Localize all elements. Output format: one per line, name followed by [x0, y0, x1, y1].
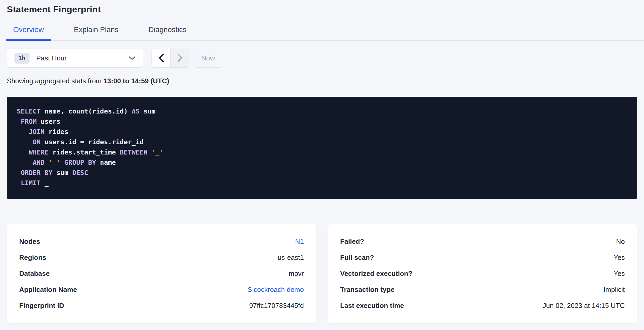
card-row-label: Regions [19, 254, 46, 262]
card-row: Vectorized execution?Yes [340, 266, 625, 282]
stats-summary-range: 13:00 to 14:59 (UTC) [103, 77, 169, 85]
card-row: Databasemovr [19, 266, 304, 282]
statement-fingerprint-page: Statement Fingerprint Overview Explain P… [0, 4, 644, 323]
card-row: Transaction typeImplicit [340, 282, 625, 298]
stats-summary-prefix: Showing aggregated stats from [7, 77, 103, 85]
chevron-down-icon [129, 56, 135, 60]
card-row-label: Database [19, 270, 50, 278]
page-title: Statement Fingerprint [7, 4, 637, 14]
card-row-label: Failed? [340, 238, 364, 246]
card-row-value: 97ffc170783445fd [249, 302, 304, 310]
card-row-value: Implicit [603, 286, 625, 294]
card-row: Application Name$ cockroach demo [19, 282, 304, 298]
card-row-label: Transaction type [340, 286, 395, 294]
sql-statement: SELECT name, count(rides.id) AS sum FROM… [17, 106, 627, 188]
card-row-value: No [616, 238, 625, 246]
sql-statement-box: SELECT name, count(rides.id) AS sum FROM… [7, 97, 637, 199]
chevron-right-icon [177, 53, 183, 63]
time-controls: 1h Past Hour [7, 49, 637, 68]
tabs-bar: Overview Explain Plans Diagnostics [7, 25, 644, 41]
summary-cards: NodesN1Regionsus-east1DatabasemovrApplic… [7, 224, 637, 323]
card-row: Full scan?Yes [340, 250, 625, 266]
card-row-label: Application Name [19, 286, 77, 294]
card-row: Regionsus-east1 [19, 250, 304, 266]
card-row-label: Full scan? [340, 254, 374, 262]
card-execution-attributes: Failed?NoFull scan?YesVectorized executi… [328, 224, 637, 323]
card-row-label: Last execution time [340, 302, 404, 310]
next-time-button[interactable] [170, 49, 189, 67]
interval-badge: 1h [14, 53, 29, 64]
now-button[interactable]: Now [194, 49, 222, 68]
card-statement-details: NodesN1Regionsus-east1DatabasemovrApplic… [7, 224, 316, 323]
tab-diagnostics[interactable]: Diagnostics [141, 25, 194, 40]
card-row-label: Vectorized execution? [340, 270, 412, 278]
card-row: NodesN1 [19, 234, 304, 250]
chevron-left-icon [158, 53, 164, 63]
card-row-value: Yes [614, 270, 625, 278]
aggregated-stats-summary: Showing aggregated stats from 13:00 to 1… [7, 77, 637, 85]
interval-label: Past Hour [36, 54, 67, 62]
time-step-button-group [152, 49, 189, 68]
card-row-value: us-east1 [278, 254, 304, 262]
card-row-value: Yes [614, 254, 625, 262]
tab-explain-plans[interactable]: Explain Plans [67, 25, 126, 40]
card-row: Last execution timeJun 02, 2023 at 14:15… [340, 298, 625, 314]
card-row: Failed?No [340, 234, 625, 250]
tab-overview[interactable]: Overview [6, 25, 51, 40]
card-row-label: Nodes [19, 238, 40, 246]
card-row-label: Fingerprint ID [19, 302, 64, 310]
card-row: Fingerprint ID97ffc170783445fd [19, 298, 304, 314]
prev-time-button[interactable] [152, 49, 170, 67]
card-row-value: movr [289, 270, 304, 278]
time-interval-dropdown[interactable]: 1h Past Hour [7, 49, 143, 68]
card-row-link[interactable]: N1 [295, 238, 304, 246]
card-row-link[interactable]: $ cockroach demo [248, 286, 304, 294]
card-row-value: Jun 02, 2023 at 14:15 UTC [543, 302, 625, 310]
